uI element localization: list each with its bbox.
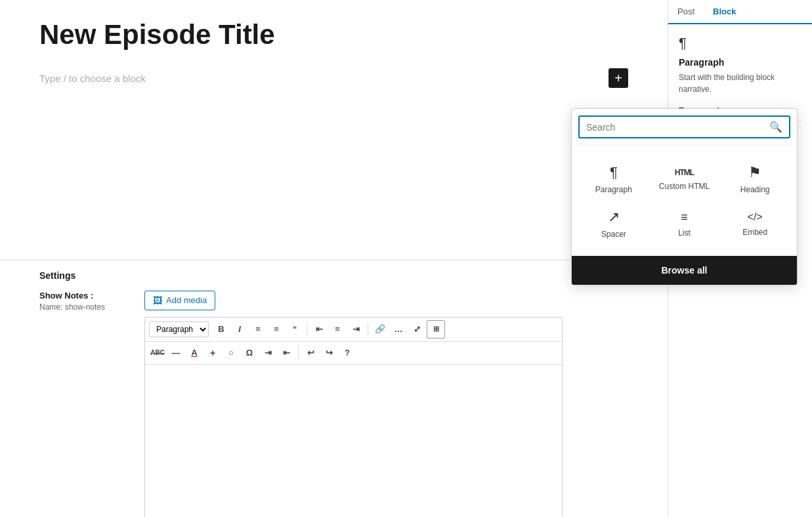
list-block-icon: ≡ [681, 211, 688, 223]
bold-button[interactable]: B [213, 321, 230, 338]
blockquote-button[interactable]: “ [286, 321, 303, 338]
editor-body[interactable] [145, 365, 562, 518]
episode-title[interactable]: New Episode Title [39, 20, 628, 50]
embed-block-icon: </> [748, 212, 763, 222]
block-placeholder-text: Type / to choose a block [39, 73, 146, 84]
block-item-heading[interactable]: ⚑ Heading [719, 156, 790, 201]
strikethrough-button[interactable]: ABC [149, 344, 166, 362]
toolbar-sep-1 [307, 323, 307, 336]
inserter-search-input[interactable] [586, 122, 764, 133]
more-button[interactable]: … [390, 321, 407, 338]
editor-toolbar-row2: ABC — A + ○ Ω ⇥ ⇤ ↩ ↪ ? [145, 342, 562, 365]
block-item-paragraph[interactable]: ¶ Paragraph [578, 156, 649, 201]
show-notes-sublabel: Name: show-notes [39, 302, 118, 312]
heading-block-label: Heading [740, 185, 770, 194]
settings-section: Settings [0, 260, 668, 291]
table-button[interactable]: ⊞ [427, 320, 445, 339]
custom-html-block-icon: HTML [675, 169, 694, 176]
block-item-list[interactable]: ≡ List [649, 201, 720, 245]
text-color-button[interactable]: A [186, 344, 203, 362]
ordered-list-button[interactable]: ≡ [268, 321, 285, 338]
unordered-list-button[interactable]: ≡ [249, 321, 267, 338]
toolbar-sep-3 [298, 346, 299, 360]
browse-all-button[interactable]: Browse all [572, 256, 797, 285]
settings-title: Settings [39, 270, 628, 281]
editor-toolbar-row1: Paragraph B I ≡ ≡ “ ⇤ ≡ ⇥ 🔗 … [145, 318, 562, 342]
special-char-button[interactable]: Ω [241, 344, 258, 362]
link-button[interactable]: 🔗 [372, 321, 389, 338]
sidebar-block-title: Paragraph [679, 57, 801, 68]
separator-button[interactable]: — [167, 344, 184, 362]
editor-wrapper: Paragraph B I ≡ ≡ “ ⇤ ≡ ⇥ 🔗 … [144, 317, 563, 518]
inserter-search-row: 🔍 [572, 109, 797, 146]
block-item-embed[interactable]: </> Embed [719, 201, 790, 245]
add-media-button[interactable]: 🖼 Add media [144, 291, 215, 310]
block-item-spacer[interactable]: ↗ Spacer [578, 201, 649, 245]
inserter-blocks-grid: ¶ Paragraph HTML Custom HTML ⚑ Heading ↗… [572, 146, 797, 256]
block-item-custom-html[interactable]: HTML Custom HTML [649, 156, 720, 201]
spacer-block-icon: ↗ [608, 210, 620, 224]
align-right-button[interactable]: ⇥ [347, 321, 364, 338]
embed-block-label: Embed [742, 228, 767, 237]
list-block-label: List [678, 228, 691, 238]
heading-block-icon: ⚑ [748, 165, 761, 180]
paragraph-block-icon: ¶ [610, 165, 618, 180]
tab-block[interactable]: Block [704, 0, 745, 24]
add-block-button[interactable]: + [609, 68, 628, 88]
inserter-search-wrapper: 🔍 [578, 115, 790, 138]
paragraph-select[interactable]: Paragraph [149, 321, 209, 337]
custom-html-block-label: Custom HTML [659, 182, 710, 191]
paragraph-block-label: Paragraph [595, 185, 632, 194]
show-notes-label: Show Notes : [39, 291, 118, 300]
sidebar-tabs: Post Block [668, 0, 812, 24]
add-media-label: Add media [166, 295, 207, 305]
add-media-icon: 🖼 [153, 295, 162, 306]
fullscreen-button[interactable]: ⤢ [408, 321, 425, 338]
undo-button[interactable]: ↩ [302, 344, 319, 362]
spacer-block-label: Spacer [601, 230, 626, 239]
toolbar-sep-2 [368, 323, 368, 336]
show-notes-container: Show Notes : Name: show-notes 🖼 Add medi… [0, 291, 668, 518]
eraser-button[interactable]: ○ [223, 344, 240, 362]
paragraph-icon: ¶ [679, 35, 801, 52]
outdent-button[interactable]: ⇤ [278, 344, 295, 362]
redo-button[interactable]: ↪ [320, 344, 337, 362]
align-left-button[interactable]: ⇤ [310, 321, 328, 338]
help-button[interactable]: ? [339, 344, 356, 362]
italic-button[interactable]: I [231, 321, 248, 338]
insert-button[interactable]: + [204, 344, 221, 362]
block-inserter-popup: 🔍 ¶ Paragraph HTML Custom HTML ⚑ Heading… [571, 108, 798, 285]
main-content: New Episode Title Type / to choose a blo… [0, 0, 668, 517]
editor-area: New Episode Title Type / to choose a blo… [0, 0, 668, 260]
search-icon: 🔍 [769, 121, 782, 133]
sidebar-block-desc: Start with the building block narrative. [679, 72, 801, 95]
block-placeholder-row: Type / to choose a block + [39, 63, 628, 93]
tab-post[interactable]: Post [668, 0, 704, 24]
indent-button[interactable]: ⇥ [259, 344, 276, 362]
align-center-button[interactable]: ≡ [329, 321, 346, 338]
